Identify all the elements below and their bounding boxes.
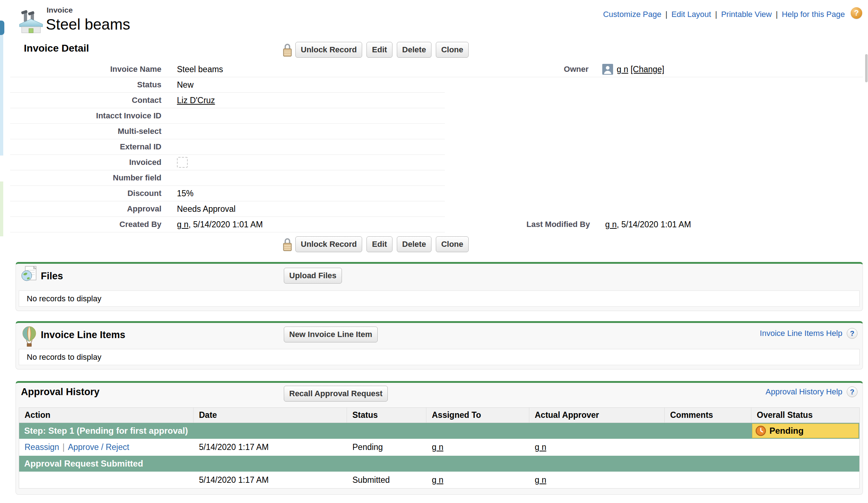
last-modified-user-link[interactable]: g n	[605, 220, 617, 229]
field-row-contact: Contact Liz D'Cruz	[10, 93, 445, 108]
lock-icon	[283, 43, 292, 57]
approval-step-row: Step: Step 1 (Pending for first approval…	[19, 423, 859, 439]
last-modified-label: Last Modified By	[464, 217, 590, 232]
edit-layout-link[interactable]: Edit Layout	[671, 10, 711, 19]
clone-button[interactable]: Clone	[436, 42, 469, 58]
contact-link[interactable]: Liz D'Cruz	[177, 96, 215, 105]
col-date: Date	[194, 408, 347, 423]
upload-files-button[interactable]: Upload Files	[284, 268, 342, 284]
line-items-help: Invoice Line Items Help ?	[760, 328, 858, 339]
assigned-to-link[interactable]: g n	[432, 442, 443, 452]
reassign-link[interactable]: Reassign	[25, 442, 59, 452]
owner-value: g n [Change]	[617, 62, 664, 77]
last-modified-datetime: , 5/14/2020 1:01 AM	[617, 220, 691, 229]
approval-history-title: Approval History	[21, 386, 100, 397]
last-modified-value: g n, 5/14/2020 1:01 AM	[605, 217, 691, 232]
field-label: Intacct Invoice ID	[10, 108, 161, 123]
step-label: Approval Request Submitted	[19, 459, 859, 469]
owner-user-link[interactable]: g n	[617, 65, 628, 74]
approval-history-table: Action Date Status Assigned To Actual Ap…	[19, 407, 860, 489]
invoice-object-icon	[19, 9, 43, 34]
link-separator: |	[715, 10, 717, 19]
field-label: Multi-select	[10, 124, 161, 139]
field-label: Contact	[10, 93, 161, 108]
balloon-icon	[21, 326, 38, 347]
sidebar-strip-top	[0, 35, 3, 156]
actual-approver-link[interactable]: g n	[535, 442, 546, 452]
approval-history-help-link[interactable]: Approval History Help	[765, 387, 842, 397]
page: Invoice Steel beams Customize Page | Edi…	[0, 0, 868, 503]
detail-section-heading: Invoice Detail	[24, 43, 89, 54]
field-value: Needs Approval	[177, 201, 235, 216]
created-by-user-link[interactable]: g n	[177, 220, 188, 229]
field-label: Invoice Name	[10, 62, 161, 77]
cell-status: Submitted	[347, 475, 426, 485]
field-row-number-field: Number field	[10, 170, 445, 186]
col-overall-status: Overall Status	[751, 408, 859, 423]
field-label: Invoiced	[10, 155, 161, 170]
step-label: Step: Step 1 (Pending for first approval…	[19, 426, 752, 436]
col-status: Status	[347, 408, 426, 423]
customize-page-link[interactable]: Customize Page	[603, 10, 661, 19]
assigned-to-link[interactable]: g n	[432, 475, 443, 485]
edit-button[interactable]: Edit	[366, 236, 392, 252]
detail-buttons-top: Unlock Record Edit Delete Clone	[283, 42, 473, 58]
lock-icon	[283, 237, 292, 252]
field-label: Created By	[10, 217, 161, 232]
approval-row-pending: Reassign|Approve / Reject 5/14/2020 1:17…	[19, 439, 859, 456]
object-type-label: Invoice	[47, 6, 73, 14]
help-icon[interactable]: ?	[851, 7, 862, 19]
row-divider-extension	[445, 77, 863, 77]
created-by-datetime: , 5/14/2020 1:01 AM	[188, 220, 263, 229]
field-value: Steel beams	[177, 62, 223, 77]
approve-reject-link[interactable]: Approve / Reject	[68, 442, 129, 452]
user-avatar-icon[interactable]	[602, 64, 613, 75]
recall-approval-request-button[interactable]: Recall Approval Request	[284, 386, 388, 402]
unlock-record-button[interactable]: Unlock Record	[295, 42, 362, 58]
edit-button[interactable]: Edit	[366, 42, 392, 58]
field-label: Number field	[10, 170, 161, 185]
link-separator: |	[665, 10, 668, 19]
new-invoice-line-item-button[interactable]: New Invoice Line Item	[284, 327, 378, 342]
unlock-record-button[interactable]: Unlock Record	[295, 236, 362, 252]
overall-status-badge: Pending	[752, 424, 859, 438]
clone-button[interactable]: Clone	[436, 236, 469, 252]
overall-status-text: Pending	[769, 426, 804, 436]
field-row-invoiced: Invoiced	[10, 155, 445, 170]
detail-field-table: Invoice Name Steel beams Status New Cont…	[10, 62, 445, 232]
help-circle-icon[interactable]: ?	[847, 328, 858, 339]
scrollbar-thumb[interactable]	[865, 54, 868, 82]
field-row-multi-select: Multi-select	[10, 124, 445, 139]
field-row-discount: Discount 15%	[10, 186, 445, 201]
link-separator: |	[62, 442, 65, 452]
owner-change-link[interactable]: [Change]	[630, 65, 664, 74]
cell-date: 5/14/2020 1:17 AM	[194, 442, 347, 452]
detail-buttons-bottom: Unlock Record Edit Delete Clone	[283, 236, 473, 252]
files-icon	[20, 266, 38, 282]
line-items-empty-message: No records to display	[19, 349, 860, 365]
delete-button[interactable]: Delete	[397, 236, 431, 252]
help-circle-icon[interactable]: ?	[847, 386, 858, 397]
cell-date: 5/14/2020 1:17 AM	[194, 475, 347, 485]
col-comments: Comments	[665, 408, 751, 423]
page-title: Steel beams	[46, 16, 130, 33]
actual-approver-link[interactable]: g n	[535, 475, 546, 485]
printable-view-link[interactable]: Printable View	[721, 10, 772, 19]
help-for-page-link[interactable]: Help for this Page	[782, 10, 845, 19]
owner-label: Owner	[462, 62, 589, 77]
approval-table-header: Action Date Status Assigned To Actual Ap…	[19, 408, 859, 423]
field-label: Approval	[10, 201, 161, 216]
approval-step-row-submitted: Approval Request Submitted	[19, 456, 859, 472]
invoice-line-items-help-link[interactable]: Invoice Line Items Help	[760, 329, 842, 338]
delete-button[interactable]: Delete	[397, 42, 431, 58]
field-row-status: Status New	[10, 77, 445, 93]
invoiced-checkbox[interactable]	[177, 157, 188, 168]
files-title: Files	[41, 271, 63, 281]
field-value: New	[177, 77, 194, 92]
files-section: Files Upload Files No records to display	[16, 262, 863, 311]
invoice-line-items-section: Invoice Line Items New Invoice Line Item…	[16, 321, 863, 369]
sidebar-collapsed-tab[interactable]	[0, 21, 4, 35]
field-row-invoice-name: Invoice Name Steel beams	[10, 62, 445, 77]
field-row-intacct-invoice-id: Intacct Invoice ID	[10, 108, 445, 124]
field-row-approval: Approval Needs Approval	[10, 201, 445, 217]
